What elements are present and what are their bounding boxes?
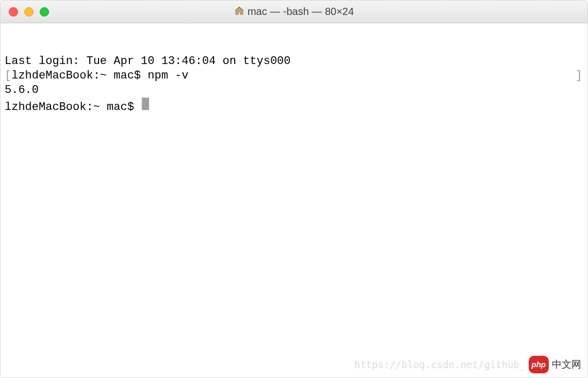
watermark-cn: 中文网 <box>552 357 581 372</box>
command-line-1: [lzhdeMacBook:~ mac$ npm -v] <box>5 69 583 83</box>
bracket-open: [ <box>5 69 11 83</box>
zoom-button[interactable] <box>40 7 49 17</box>
terminal-window: mac — -bash — 80×24 Last login: Tue Apr … <box>0 0 588 378</box>
command-line-2: lzhdeMacBook:~ mac$ <box>5 98 583 115</box>
last-login-line: Last login: Tue Apr 10 13:46:04 on ttys0… <box>5 54 583 69</box>
title-area: mac — -bash — 80×24 <box>1 6 587 18</box>
prompt-2: lzhdeMacBook:~ mac$ <box>5 100 141 115</box>
close-button[interactable] <box>9 7 18 17</box>
watermark-badge: php <box>529 356 549 373</box>
watermark: https://blog.csdn.net/github_ php 中文网 <box>354 356 581 373</box>
minimize-button[interactable] <box>24 7 34 17</box>
prompt-1: lzhdeMacBook:~ mac$ <box>11 69 148 83</box>
cursor <box>142 98 149 110</box>
watermark-url: https://blog.csdn.net/github_ <box>354 357 526 372</box>
command-1: npm -v <box>148 69 188 83</box>
titlebar[interactable]: mac — -bash — 80×24 <box>1 1 587 23</box>
bracket-close: ] <box>576 69 582 83</box>
window-title: mac — -bash — 80×24 <box>248 6 354 18</box>
terminal-body[interactable]: Last login: Tue Apr 10 13:46:04 on ttys0… <box>1 23 587 377</box>
home-icon <box>234 6 244 18</box>
output-1: 5.6.0 <box>5 83 583 98</box>
traffic-lights <box>1 7 49 17</box>
